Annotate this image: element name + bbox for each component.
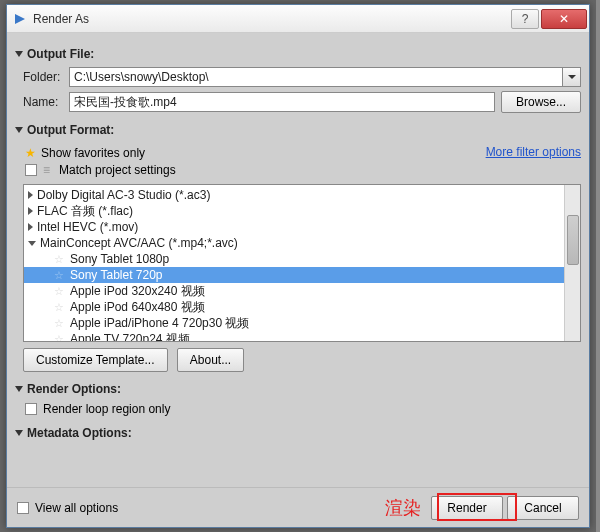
name-label: Name: (23, 95, 69, 109)
match-checkbox[interactable] (25, 164, 37, 176)
render-options-header[interactable]: Render Options: (15, 382, 581, 396)
output-format-header[interactable]: Output Format: (15, 123, 581, 137)
render-as-dialog: Render As ? ✕ Output File: Folder: C:\Us… (6, 4, 590, 528)
format-group[interactable]: MainConcept AVC/AAC (*.mp4;*.avc) (24, 235, 580, 251)
folder-label: Folder: (23, 70, 69, 84)
star-outline-icon: ☆ (54, 285, 64, 298)
folder-input[interactable]: C:\Users\snowy\Desktop\ (69, 67, 563, 87)
format-template[interactable]: ☆Apple iPod 640x480 视频 (24, 299, 580, 315)
svg-marker-0 (15, 14, 25, 24)
star-icon: ★ (25, 146, 35, 160)
browse-button[interactable]: Browse... (501, 91, 581, 113)
filter-icon: ≡ (43, 163, 53, 177)
window-title: Render As (33, 12, 511, 26)
customize-template-button[interactable]: Customize Template... (23, 348, 168, 372)
format-template-selected[interactable]: ☆Sony Tablet 720p (24, 267, 580, 283)
chevron-right-icon (28, 207, 33, 215)
folder-dropdown-button[interactable] (563, 67, 581, 87)
metadata-options-label: Metadata Options: (27, 426, 132, 440)
format-list[interactable]: Dolby Digital AC-3 Studio (*.ac3) FLAC 音… (23, 184, 581, 342)
help-button[interactable]: ? (511, 9, 539, 29)
star-outline-icon: ☆ (54, 269, 64, 282)
format-group[interactable]: Intel HEVC (*.mov) (24, 219, 580, 235)
view-all-label: View all options (35, 501, 118, 515)
render-options-label: Render Options: (27, 382, 121, 396)
scrollbar[interactable] (564, 185, 580, 341)
format-template[interactable]: ☆Apple TV 720p24 视频 (24, 331, 580, 342)
loop-region-label: Render loop region only (43, 402, 170, 416)
dialog-content: Output File: Folder: C:\Users\snowy\Desk… (7, 33, 589, 487)
close-button[interactable]: ✕ (541, 9, 587, 29)
scrollbar-thumb[interactable] (567, 215, 579, 265)
chevron-down-icon (15, 51, 23, 57)
output-file-label: Output File: (27, 47, 94, 61)
chevron-right-icon (28, 191, 33, 199)
format-template[interactable]: ☆Apple iPod 320x240 视频 (24, 283, 580, 299)
star-outline-icon: ☆ (54, 253, 64, 266)
loop-region-checkbox[interactable] (25, 403, 37, 415)
star-outline-icon: ☆ (54, 317, 64, 330)
about-button[interactable]: About... (177, 348, 244, 372)
render-button[interactable]: Render (431, 496, 503, 520)
view-all-checkbox[interactable] (17, 502, 29, 514)
chevron-down-icon (15, 430, 23, 436)
favorites-label: Show favorites only (41, 146, 145, 160)
name-input[interactable]: 宋民国-投食歌.mp4 (69, 92, 495, 112)
format-group[interactable]: FLAC 音频 (*.flac) (24, 203, 580, 219)
output-file-header[interactable]: Output File: (15, 47, 581, 61)
dialog-footer: View all options 渲染 Render Cancel (7, 487, 589, 527)
chevron-right-icon (28, 223, 33, 231)
cancel-button[interactable]: Cancel (507, 496, 579, 520)
annotation-text: 渲染 (385, 496, 421, 520)
metadata-options-header[interactable]: Metadata Options: (15, 426, 581, 440)
screen-edge (596, 0, 600, 532)
star-outline-icon: ☆ (54, 333, 64, 343)
chevron-down-icon (28, 241, 36, 246)
format-group[interactable]: Dolby Digital AC-3 Studio (*.ac3) (24, 187, 580, 203)
output-format-label: Output Format: (27, 123, 114, 137)
more-filter-link[interactable]: More filter options (486, 145, 581, 159)
titlebar[interactable]: Render As ? ✕ (7, 5, 589, 33)
star-outline-icon: ☆ (54, 301, 64, 314)
chevron-down-icon (568, 75, 576, 79)
chevron-down-icon (15, 127, 23, 133)
format-template[interactable]: ☆Apple iPad/iPhone 4 720p30 视频 (24, 315, 580, 331)
chevron-down-icon (15, 386, 23, 392)
format-template[interactable]: ☆Sony Tablet 1080p (24, 251, 580, 267)
app-icon (13, 12, 27, 26)
close-icon: ✕ (559, 12, 569, 26)
match-label: Match project settings (59, 163, 176, 177)
